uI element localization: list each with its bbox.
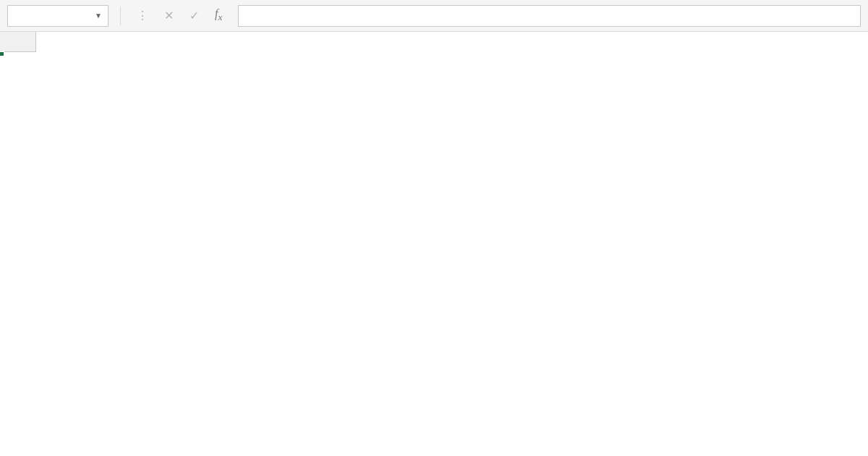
formula-bar: ▼ ⋮ ✕ ✓ fx (0, 0, 868, 32)
enter-icon[interactable]: ✓ (190, 9, 199, 22)
cancel-icon[interactable]: ✕ (164, 9, 174, 22)
select-all-corner[interactable] (0, 32, 36, 52)
formula-input[interactable] (238, 5, 861, 27)
divider (120, 7, 121, 25)
worksheet[interactable] (0, 32, 868, 456)
name-box[interactable]: ▼ (7, 5, 109, 27)
dots-icon: ⋮ (137, 9, 148, 22)
fill-handle[interactable] (0, 51, 4, 56)
dropdown-icon[interactable]: ▼ (95, 12, 102, 20)
active-cell-outline (0, 52, 3, 55)
column-headers (0, 32, 868, 52)
fx-icon[interactable]: fx (215, 7, 222, 23)
formula-bar-icons: ⋮ ✕ ✓ fx (132, 7, 226, 23)
